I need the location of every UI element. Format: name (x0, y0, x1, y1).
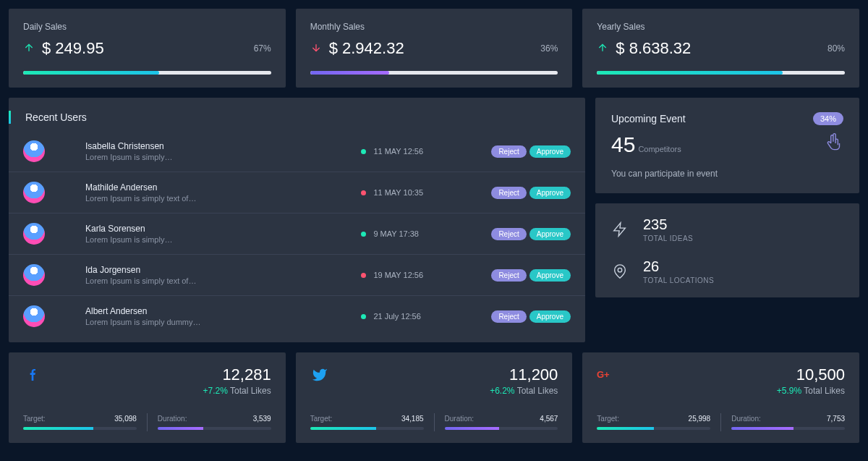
yearly-sales-pct: 80% (827, 43, 845, 54)
monthly-sales-card: Monthly Sales $ 2.942.32 36% (296, 9, 573, 88)
svg-point-0 (618, 268, 622, 272)
avatar (23, 223, 45, 245)
user-name: Albert Andersen (85, 306, 361, 316)
recent-users-title: Recent Users (25, 111, 87, 123)
monthly-sales-bar (310, 71, 558, 75)
social-count: 10,500 (777, 365, 845, 384)
yearly-sales-amount: $ 8.638.32 (616, 39, 691, 58)
user-desc: Lorem Ipsum is simply text of… (85, 276, 361, 285)
facebook-icon (23, 365, 42, 384)
approve-button[interactable]: Approve (529, 187, 571, 199)
peace-hand-icon (825, 132, 843, 157)
event-label: Competitors (638, 145, 681, 153)
duration-value: 3,539 (253, 415, 271, 423)
sales-row: Daily Sales $ 249.95 67% Monthly Sales $… (9, 9, 859, 88)
target-value: 34,185 (401, 415, 424, 423)
arrow-down-icon (310, 39, 322, 58)
upcoming-event-card: Upcoming Event 34% 45 Competitors You ca… (595, 98, 859, 193)
google-icon: G+ (597, 365, 616, 384)
facebook-card: 12,281 +7.2% Total Likes Target:35,098 D… (9, 352, 286, 443)
social-sub: +5.9% Total Likes (777, 386, 845, 396)
yearly-sales-title: Yearly Sales (597, 22, 845, 32)
status-dot (361, 149, 366, 154)
social-sub: +6.2% Total Likes (490, 386, 558, 396)
reject-button[interactable]: Reject (491, 145, 526, 158)
zap-icon (611, 221, 629, 238)
user-row: Ida Jorgensen Lorem Ipsum is simply text… (9, 255, 585, 296)
target-bar (597, 427, 710, 430)
duration-bar (445, 427, 558, 430)
user-desc: Lorem Ipsum is simply text of… (85, 194, 361, 203)
recent-users-card: Recent Users Isabella Christensen Lorem … (9, 98, 585, 342)
monthly-sales-title: Monthly Sales (310, 22, 558, 32)
user-time: 9 MAY 17:38 (361, 229, 491, 238)
reject-button[interactable]: Reject (491, 269, 526, 282)
status-dot (361, 190, 366, 195)
daily-sales-title: Daily Sales (23, 22, 271, 32)
approve-button[interactable]: Approve (529, 228, 571, 240)
target-label: Target: (23, 415, 46, 423)
approve-button[interactable]: Approve (529, 145, 571, 158)
google-card: G+ 10,500 +5.9% Total Likes Target:25,99… (582, 352, 859, 443)
daily-sales-amount: $ 249.95 (42, 39, 104, 58)
user-row: Karla Sorensen Lorem Ipsum is simply… 9 … (9, 213, 585, 255)
daily-sales-bar (23, 71, 271, 75)
duration-label: Duration: (731, 415, 761, 423)
duration-label: Duration: (445, 415, 475, 423)
stat-ideas-value: 235 (643, 216, 693, 233)
approve-button[interactable]: Approve (529, 269, 571, 282)
user-name: Karla Sorensen (85, 224, 361, 234)
yearly-sales-bar (597, 71, 845, 75)
user-row: Mathilde Andersen Lorem Ipsum is simply … (9, 172, 585, 213)
status-dot (361, 273, 366, 278)
social-sub: +7.2% Total Likes (203, 386, 271, 396)
location-icon (611, 263, 629, 280)
target-label: Target: (310, 415, 333, 423)
target-bar (23, 427, 137, 430)
user-time: 11 MAY 12:56 (361, 147, 491, 156)
reject-button[interactable]: Reject (491, 228, 526, 240)
monthly-sales-pct: 36% (540, 43, 558, 54)
target-label: Target: (597, 415, 619, 423)
duration-value: 4,567 (540, 415, 558, 423)
event-badge: 34% (813, 112, 843, 125)
approve-button[interactable]: Approve (529, 310, 571, 323)
stat-locations-label: TOTAL LOCATIONS (643, 276, 714, 284)
user-row: Isabella Christensen Lorem Ipsum is simp… (9, 131, 585, 172)
yearly-sales-card: Yearly Sales $ 8.638.32 80% (582, 9, 859, 88)
user-time: 19 MAY 12:56 (361, 271, 491, 279)
social-count: 12,281 (203, 365, 271, 384)
user-desc: Lorem Ipsum is simply… (85, 153, 361, 161)
arrow-up-icon (23, 39, 35, 58)
stats-card: 235 TOTAL IDEAS 26 TOTAL LOCATIONS (595, 203, 859, 297)
user-desc: Lorem Ipsum is simply dummy… (85, 318, 361, 326)
svg-text:G+: G+ (597, 369, 610, 380)
event-desc: You can participate in event (611, 169, 843, 179)
duration-label: Duration: (158, 415, 187, 423)
stat-locations: 26 TOTAL LOCATIONS (611, 258, 843, 284)
reject-button[interactable]: Reject (491, 187, 526, 199)
arrow-up-icon (597, 39, 608, 58)
event-title: Upcoming Event (611, 113, 686, 124)
user-name: Isabella Christensen (85, 141, 361, 151)
duration-bar (731, 427, 845, 430)
user-name: Ida Jorgensen (85, 265, 361, 275)
reject-button[interactable]: Reject (491, 310, 526, 323)
duration-value: 7,753 (827, 415, 845, 423)
user-desc: Lorem Ipsum is simply… (85, 235, 361, 244)
target-value: 35,098 (114, 415, 137, 423)
avatar (23, 182, 45, 203)
status-dot (361, 314, 366, 319)
target-value: 25,998 (689, 415, 711, 423)
target-bar (310, 427, 424, 430)
avatar (23, 140, 45, 162)
user-row: Albert Andersen Lorem Ipsum is simply du… (9, 296, 585, 337)
status-dot (361, 232, 366, 237)
avatar (23, 264, 45, 286)
user-name: Mathilde Andersen (85, 182, 361, 193)
twitter-icon (310, 365, 329, 384)
daily-sales-card: Daily Sales $ 249.95 67% (9, 9, 286, 88)
stat-ideas: 235 TOTAL IDEAS (611, 216, 843, 242)
event-count: 45 (611, 132, 635, 157)
stat-locations-value: 26 (643, 258, 714, 275)
